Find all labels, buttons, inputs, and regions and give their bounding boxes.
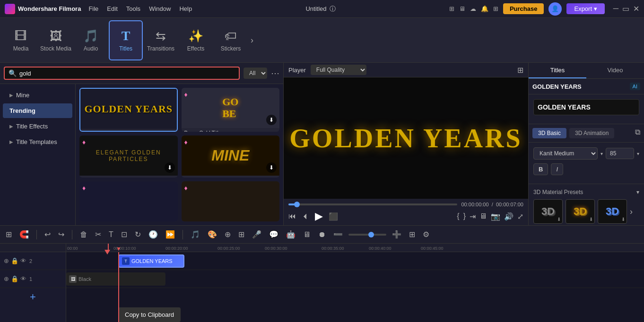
toolbar-media[interactable]: 🎞 Media xyxy=(4,20,38,60)
toolbar-transitions[interactable]: ⇆ Transitions xyxy=(144,20,178,60)
preset-1-download[interactable]: ⬇ xyxy=(557,217,561,222)
thumb-goldflare-download[interactable]: ⬇ xyxy=(266,162,277,173)
copy-clipboard-popup[interactable]: Copy to Clipboard xyxy=(118,307,181,322)
tl-forward-button[interactable]: ⏩ xyxy=(164,229,177,240)
thumb-goldflare[interactable]: ♦ MINE ⬇ Goldflare 3D Title 04 xyxy=(182,136,280,178)
stop-button[interactable]: ⬛ xyxy=(329,212,338,221)
thumb-more2[interactable]: ♦ xyxy=(182,181,280,221)
all-dropdown[interactable]: All xyxy=(244,68,267,79)
tl-magnet-button[interactable]: 🧲 xyxy=(17,229,31,240)
preset-item-2[interactable]: 3D ⬇ xyxy=(566,199,595,224)
mark-in-icon[interactable]: { xyxy=(457,212,459,221)
thumb-elegant-particles[interactable]: ♦ ELEGANT GOLDEN PARTICLES ⬇ Elegant Gol… xyxy=(79,136,178,178)
tl-undo-button[interactable]: ↩ xyxy=(43,229,52,240)
tl-record-button[interactable]: ⏺ xyxy=(316,229,328,240)
menu-window[interactable]: Window xyxy=(149,5,171,12)
frame-back-button[interactable]: ⏴ xyxy=(302,212,309,220)
mark-out-icon[interactable]: } xyxy=(463,212,466,221)
tl-overlay-button[interactable]: ⊕ xyxy=(223,229,233,240)
tl-audio-button[interactable]: 🎵 xyxy=(189,229,202,240)
preset-more[interactable]: › xyxy=(630,199,633,224)
icon-bar-1[interactable]: ⊞ xyxy=(449,5,454,12)
menu-edit[interactable]: Edit xyxy=(107,5,117,12)
tl-grid-button[interactable]: ⊞ xyxy=(407,229,417,240)
tl-rotate-button[interactable]: ↻ xyxy=(133,229,143,240)
sidebar-item-mine[interactable]: ▶ Mine xyxy=(3,88,72,102)
tl-eye-icon-2[interactable]: 👁 xyxy=(20,257,26,264)
ai-badge[interactable]: AI xyxy=(630,83,640,90)
preset-2-download[interactable]: ⬇ xyxy=(589,217,593,222)
font-size-input[interactable] xyxy=(606,148,634,159)
italic-button[interactable]: I xyxy=(551,163,563,175)
toolbar-arrow[interactable]: › xyxy=(251,35,253,45)
icon-bar-3[interactable]: ☁ xyxy=(470,5,476,12)
export-button[interactable]: Export ▾ xyxy=(566,3,604,14)
snapshot-icon[interactable]: 📷 xyxy=(491,212,500,221)
bold-button[interactable]: B xyxy=(533,163,548,175)
icon-bar-4[interactable]: 🔔 xyxy=(481,5,488,12)
tl-clip-golden[interactable]: T GOLDEN YEARS xyxy=(118,254,184,268)
audio-icon-ctrl[interactable]: 🔊 xyxy=(504,212,513,221)
tl-crop-button[interactable]: ⊡ xyxy=(119,229,129,240)
preset-3-download[interactable]: ⬇ xyxy=(621,217,625,222)
user-avatar[interactable]: 👤 xyxy=(548,2,562,16)
skip-back-button[interactable]: ⏮ xyxy=(288,212,296,220)
purchase-button[interactable]: Purchase xyxy=(503,3,544,14)
tl-redo-button[interactable]: ↪ xyxy=(56,229,66,240)
tab-titles[interactable]: Titles xyxy=(529,63,586,78)
tl-text-button[interactable]: T xyxy=(107,229,115,240)
menu-help[interactable]: Help xyxy=(179,5,192,12)
extract-icon[interactable]: ⇥ xyxy=(470,212,476,221)
player-icon-expand[interactable]: ⊞ xyxy=(517,66,523,75)
quality-dropdown[interactable]: Full Quality Half Quality Quarter Qualit… xyxy=(311,65,366,75)
preset-item-3[interactable]: 3D ⬇ xyxy=(598,199,627,224)
maximize-button[interactable]: ▭ xyxy=(622,4,629,13)
toolbar-effects[interactable]: ✨ Effects xyxy=(179,20,213,60)
tl-screen-button[interactable]: 🖥 xyxy=(301,229,313,240)
icon-bar-2[interactable]: 🖥 xyxy=(459,5,465,12)
tl-lock-icon[interactable]: 🔒 xyxy=(11,257,18,264)
toolbar-stickers[interactable]: 🏷 Stickers xyxy=(214,20,248,60)
tl-subtitle-button[interactable]: 💬 xyxy=(267,229,280,240)
style-tab-3d-basic[interactable]: 3D Basic xyxy=(532,128,566,138)
menu-tools[interactable]: Tools xyxy=(126,5,140,12)
thumb-more1[interactable]: ♦ xyxy=(79,181,178,221)
tl-settings-button[interactable]: ⚙ xyxy=(421,229,431,240)
toolbar-stock[interactable]: 🖼 Stock Media xyxy=(39,20,73,60)
minimize-button[interactable]: ─ xyxy=(613,4,618,13)
preset-item-1[interactable]: 3D ⬇ xyxy=(533,199,563,224)
fullscreen-icon[interactable]: ⤢ xyxy=(517,212,523,221)
tl-delete-button[interactable]: 🗑 xyxy=(78,229,89,240)
toolbar-titles[interactable]: T Titles xyxy=(109,20,143,60)
sidebar-item-title-templates[interactable]: ▶ Title Templates xyxy=(3,135,72,149)
zoom-slider[interactable] xyxy=(348,234,386,236)
thumb-3d-golden[interactable]: GOLDEN YEARS 3D Golden Title xyxy=(79,88,178,132)
sidebar-item-trending[interactable]: Trending xyxy=(3,103,72,118)
tl-add-track-button[interactable]: ⊞ xyxy=(4,229,14,240)
play-button[interactable]: ▶ xyxy=(315,210,323,222)
tl-cut-button[interactable]: ✂ xyxy=(93,229,103,240)
thumb-beam-download[interactable]: ⬇ xyxy=(266,115,277,125)
preset-dropdown-arrow[interactable]: ▾ xyxy=(636,189,639,195)
progress-track[interactable] xyxy=(288,203,457,205)
tl-speech-button[interactable]: 🎤 xyxy=(250,229,263,240)
tl-add-icon[interactable]: ⊕ xyxy=(4,257,9,264)
menu-file[interactable]: File xyxy=(88,5,98,12)
more-button[interactable]: ⋯ xyxy=(271,68,279,78)
tl-clip-black[interactable]: 🖼 Black xyxy=(66,272,165,286)
sidebar-item-title-effects[interactable]: ▶ Title Effects xyxy=(3,119,72,134)
text-preview[interactable]: GOLDEN YEARS xyxy=(533,99,639,115)
tl-lock-icon-1[interactable]: 🔒 xyxy=(11,275,18,282)
tl-more-button[interactable]: ⊞ xyxy=(236,229,246,240)
tl-minus-zoom[interactable]: ➖ xyxy=(331,229,345,240)
tl-add-icon-1[interactable]: ⊕ xyxy=(4,275,9,282)
copy-icon[interactable]: ⧉ xyxy=(635,128,640,138)
thumb-beam-gold[interactable]: ♦ GOBE ⬇ Beam Gold Title xyxy=(182,88,280,132)
toolbar-audio[interactable]: 🎵 Audio xyxy=(74,20,108,60)
tl-add-main-button[interactable]: + xyxy=(30,291,36,303)
close-button[interactable]: ✕ xyxy=(633,4,639,13)
tab-video[interactable]: Video xyxy=(586,63,644,78)
search-input[interactable] xyxy=(19,70,235,77)
icon-bar-5[interactable]: ⊞ xyxy=(493,5,498,12)
tl-plus-zoom[interactable]: ➕ xyxy=(390,229,403,240)
